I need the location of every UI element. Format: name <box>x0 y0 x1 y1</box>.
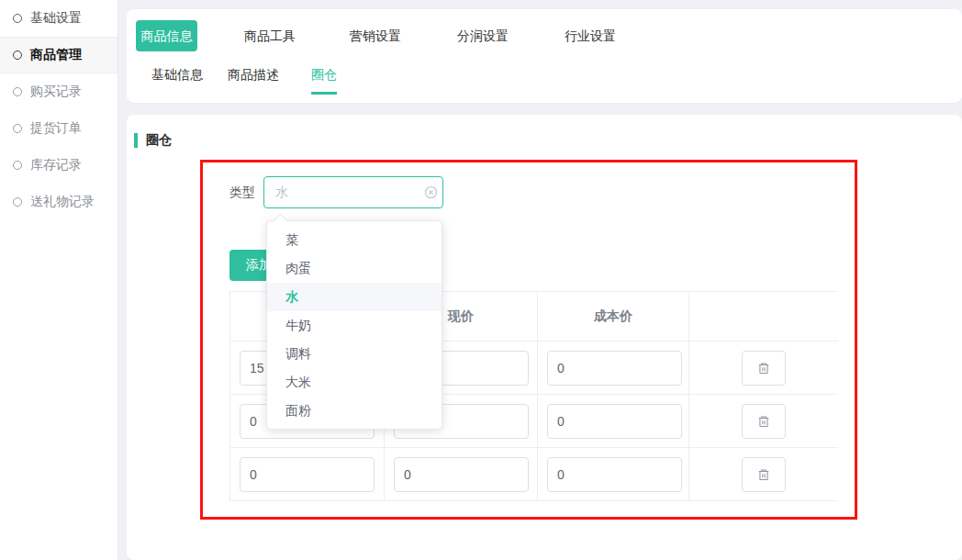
delete-row-button[interactable] <box>742 457 786 492</box>
sidebar-item-label: 基础设置 <box>30 10 82 27</box>
circle-icon <box>13 87 22 96</box>
section-title: 圈仓 <box>146 132 172 149</box>
tab-marketing-settings[interactable]: 营销设置 <box>350 28 401 44</box>
sidebar: 基础设置 商品管理 购买记录 提货订单 库存记录 送礼物记录 <box>0 0 118 560</box>
sidebar-item-label: 购买记录 <box>30 84 82 100</box>
trash-icon <box>757 415 770 428</box>
dropdown-option-niunai[interactable]: 牛奶 <box>267 311 442 340</box>
tab-product-tools[interactable]: 商品工具 <box>244 28 296 44</box>
price-input-row2-col3[interactable] <box>547 404 682 439</box>
section-header: 圈仓 <box>134 132 172 149</box>
sidebar-item-gift-records[interactable]: 送礼物记录 <box>0 184 117 220</box>
subtab-quancang[interactable]: 圈仓 <box>311 67 337 95</box>
table-header-cost-price: 成本价 <box>538 292 689 341</box>
sidebar-item-purchase-records[interactable]: 购买记录 <box>0 73 117 110</box>
table-row <box>230 448 838 501</box>
sidebar-item-basic-settings[interactable]: 基础设置 <box>0 0 117 37</box>
section-accent-bar <box>134 133 138 148</box>
dropdown-option-mianfen[interactable]: 面粉 <box>267 397 442 425</box>
sidebar-item-inventory-records[interactable]: 库存记录 <box>0 147 117 184</box>
circle-icon <box>13 14 22 23</box>
sidebar-item-label: 提货订单 <box>30 120 82 137</box>
price-input-row3-col3[interactable] <box>547 457 682 492</box>
subtab-basic-info[interactable]: 基础信息 <box>151 67 203 92</box>
tabs-card: 商品信息 商品工具 营销设置 分润设置 行业设置 基础信息 商品描述 圈仓 <box>127 9 962 103</box>
table-header-actions <box>689 292 838 341</box>
clear-input-button[interactable] <box>419 181 442 205</box>
type-dropdown: 菜 肉蛋 水 牛奶 调料 大米 面粉 <box>266 220 442 430</box>
tab-profit-settings[interactable]: 分润设置 <box>457 28 509 44</box>
dropdown-option-roudan[interactable]: 肉蛋 <box>267 254 442 283</box>
price-input-row3-col1[interactable] <box>240 457 375 492</box>
circle-icon <box>13 124 22 133</box>
delete-row-button[interactable] <box>742 404 786 439</box>
circle-close-icon <box>424 185 438 199</box>
dropdown-option-shui[interactable]: 水 <box>267 283 442 311</box>
sidebar-item-label: 送礼物记录 <box>30 194 95 210</box>
circle-icon <box>13 50 22 60</box>
delete-row-button[interactable] <box>742 351 786 386</box>
circle-icon <box>13 161 22 170</box>
sidebar-item-label: 库存记录 <box>30 157 82 174</box>
type-select-field[interactable] <box>263 176 443 208</box>
type-input[interactable] <box>264 185 419 200</box>
content-card: 圈仓 类型 添加 菜 肉蛋 水 牛奶 调料 大米 面粉 现价 成本价 <box>127 115 962 560</box>
price-input-row3-col2[interactable] <box>394 457 529 492</box>
sidebar-item-pickup-orders[interactable]: 提货订单 <box>0 110 117 147</box>
sidebar-item-label: 商品管理 <box>30 47 82 63</box>
price-input-row1-col3[interactable] <box>547 351 682 386</box>
tab-industry-settings[interactable]: 行业设置 <box>565 28 616 44</box>
dropdown-option-tiaoliao[interactable]: 调料 <box>267 340 442 368</box>
subtab-product-description[interactable]: 商品描述 <box>228 67 279 92</box>
circle-icon <box>13 197 22 207</box>
type-field-label: 类型 <box>229 185 255 201</box>
trash-icon <box>757 362 770 375</box>
tab-product-info[interactable]: 商品信息 <box>136 20 197 51</box>
dropdown-option-dami[interactable]: 大米 <box>267 368 442 397</box>
sidebar-item-product-management[interactable]: 商品管理 <box>0 37 117 73</box>
dropdown-option-cai[interactable]: 菜 <box>267 226 442 254</box>
trash-icon <box>757 468 770 481</box>
